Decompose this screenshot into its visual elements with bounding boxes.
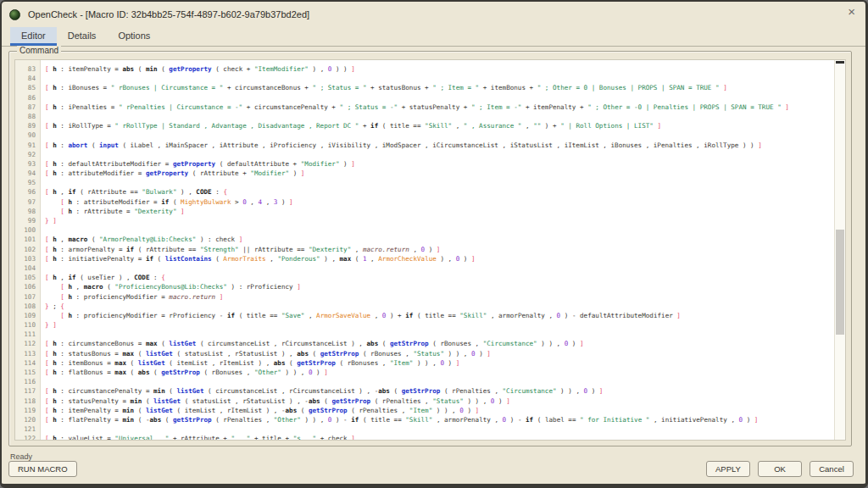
code-editor[interactable]: 8384858687888990919293949596979899100101… [14, 59, 846, 441]
code-line: [ h : circumstancePenalty = min ( listGe… [45, 386, 834, 396]
code-line: [ h : attributeModifier = getProperty ( … [45, 169, 834, 178]
line-number: 111 [15, 330, 36, 339]
line-number: 89 [15, 121, 36, 130]
line-number: 87 [15, 103, 36, 112]
line-number: 108 [15, 302, 36, 311]
window-title: OpenCheck - [Macro ID: 32b4bb25-754f-489… [28, 9, 309, 19]
code-line [45, 377, 834, 386]
line-number: 114 [15, 358, 36, 368]
code-line [45, 74, 834, 83]
code-line: [ h : iRollType = " rRollType | Standard… [45, 121, 834, 130]
line-number: 110 [15, 320, 36, 330]
tab-options[interactable]: Options [107, 27, 161, 46]
code-line: [ h : rAttribute = "Dexterity" ] [45, 207, 834, 216]
line-number: 109 [15, 311, 36, 320]
code-line: [ h : proficiencyModifier = rProficiency… [45, 311, 834, 320]
tab-editor[interactable]: Editor [10, 27, 57, 46]
code-line: [ h : itemBonus = max ( listGet ( itemLi… [45, 358, 834, 368]
scrollbar-thumb[interactable] [836, 230, 844, 335]
code-line [45, 330, 834, 339]
tab-details[interactable]: Details [57, 27, 108, 46]
line-number: 106 [15, 282, 36, 291]
line-number: 94 [15, 169, 36, 178]
code-line: [ h , if ( rAttribute == "Bulwark" ) , C… [45, 187, 834, 197]
command-group-label: Command [17, 46, 61, 55]
scrollbar-top-dash-icon [836, 61, 844, 64]
code-line [45, 424, 834, 434]
line-number: 98 [15, 207, 36, 216]
code-line [45, 263, 834, 273]
close-icon[interactable]: × [848, 5, 855, 18]
line-number: 117 [15, 386, 36, 396]
vertical-scrollbar[interactable] [834, 60, 845, 440]
line-number: 97 [15, 197, 36, 207]
line-number: 122 [15, 434, 36, 440]
code-line: } ; { [45, 302, 834, 311]
line-number: 103 [15, 254, 36, 263]
code-line: [ h : armorPenalty = if ( rAttribute == … [45, 245, 834, 254]
code-line: [ h : statusPenalty = min ( listGet ( st… [45, 396, 834, 406]
code-line: [ h , macro ( "ProficiencyBonus@Lib:Chec… [45, 282, 834, 291]
code-line: [ h : statusBonus = max ( listGet ( stat… [45, 349, 834, 358]
line-number: 95 [15, 178, 36, 187]
code-line [45, 130, 834, 140]
code-line: [ h : attributeModifier = if ( MightyBul… [45, 197, 834, 207]
code-line: [ h : abort ( input ( iLabel , iMainSpac… [45, 141, 834, 150]
line-number-gutter: 8384858687888990919293949596979899100101… [15, 60, 41, 440]
code-line: } ] [45, 216, 834, 225]
line-number: 86 [15, 93, 36, 103]
tab-bar: Editor Details Options [2, 27, 865, 47]
line-number: 119 [15, 406, 36, 415]
code-line [45, 225, 834, 235]
line-number: 88 [15, 112, 36, 121]
line-number: 96 [15, 187, 36, 197]
code-line: [ h : iPenalties = " rPenalties | Circum… [45, 103, 834, 112]
line-number: 120 [15, 415, 36, 424]
code-line: [ h : flatPenalty = min ( -abs ( getStrP… [45, 415, 834, 424]
line-number: 83 [15, 64, 36, 74]
code-line: [ h : flatBonus = max ( abs ( getStrProp… [45, 368, 834, 377]
line-number: 90 [15, 130, 36, 140]
code-line: [ h : proficiencyModifier = macro.return… [45, 292, 834, 302]
code-line: [ h : circumstanceBonus = max ( listGet … [45, 339, 834, 348]
code-line: [ h : itemPenalty = abs ( min ( getPrope… [45, 64, 834, 74]
code-line: [ h , macro ( "ArmorPenalty@Lib:Checks" … [45, 235, 834, 244]
line-number: 85 [15, 83, 36, 92]
line-number: 112 [15, 339, 36, 348]
line-number: 102 [15, 245, 36, 254]
status-text: Ready [10, 452, 32, 461]
code-line: } ] [45, 320, 834, 330]
line-number: 113 [15, 349, 36, 358]
line-number: 100 [15, 225, 36, 235]
code-line: [ h : itemPenalty = min ( listGet ( item… [45, 406, 834, 415]
line-number: 84 [15, 74, 36, 83]
run-macro-button[interactable]: RUN MACRO [8, 461, 77, 477]
code-line [45, 93, 834, 103]
line-number: 92 [15, 150, 36, 159]
code-line [45, 150, 834, 159]
line-number: 116 [15, 377, 36, 386]
code-line: [ h : defaultAttributeModifier = getProp… [45, 159, 834, 169]
ok-button[interactable]: OK [758, 461, 802, 477]
code-line: [ h : valueList = "Universal , " + rAttr… [45, 434, 834, 440]
cancel-button[interactable]: Cancel [810, 461, 854, 477]
line-number: 121 [15, 424, 36, 434]
line-number: 101 [15, 235, 36, 244]
code-line [45, 112, 834, 121]
line-number: 99 [15, 216, 36, 225]
title-bar[interactable]: OpenCheck - [Macro ID: 32b4bb25-754f-489… [2, 2, 865, 27]
dialog-buttons: APPLY OK Cancel [706, 461, 854, 477]
line-number: 115 [15, 368, 36, 377]
line-number: 93 [15, 159, 36, 169]
line-number: 107 [15, 292, 36, 302]
code-line [45, 178, 834, 187]
apply-button[interactable]: APPLY [706, 461, 750, 477]
code-line: [ h : iBonuses = " rBonuses | Circumstan… [45, 83, 834, 92]
macro-editor-window: OpenCheck - [Macro ID: 32b4bb25-754f-489… [0, 0, 868, 488]
line-number: 91 [15, 141, 36, 150]
code-line: [ h , if ( useTier ) , CODE : { [45, 273, 834, 282]
command-groupbox: Command 83848586878889909192939495969798… [8, 51, 852, 446]
code-lines[interactable]: [ h : itemPenalty = abs ( min ( getPrope… [41, 60, 834, 440]
line-number: 105 [15, 273, 36, 282]
line-number: 104 [15, 263, 36, 273]
